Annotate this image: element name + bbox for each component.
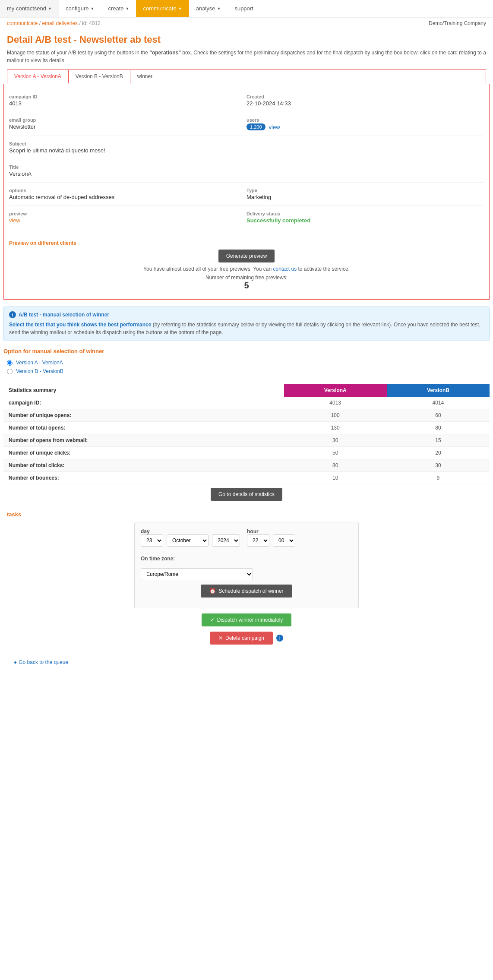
breadcrumb-email-deliveries[interactable]: email deliveries [42, 20, 78, 26]
radio-version-a[interactable]: Version A - VersionA [7, 360, 486, 366]
stats-row-label: Number of unique clicks: [3, 447, 284, 459]
radio-version-a-input[interactable] [7, 360, 13, 366]
created-label: Created [246, 94, 484, 99]
delete-btn-row: ✕ Delete campaign i [7, 632, 486, 645]
radio-group-winner: Version A - VersionA Version B - Version… [0, 356, 493, 380]
month-select[interactable]: JanuaryFebruaryMarchAprilMayJuneJulyAugu… [167, 534, 209, 547]
info-box: i A/B test - manual selection of winner … [3, 307, 490, 341]
email-group-cell: email group Newsletter [9, 116, 246, 132]
users-label: users [246, 117, 484, 123]
stats-row-label: campaign ID: [3, 397, 284, 409]
nav-create-caret: ▼ [126, 6, 130, 11]
hour-select[interactable]: 0001020304050607080910111213141516171819… [247, 534, 269, 547]
field-row-preview-delivery: preview view Delivery status Successfull… [9, 206, 484, 229]
day-select[interactable]: 1234567891011121314151617181920212223242… [141, 534, 163, 547]
winner-section-title: Option for manual selection of winner [0, 345, 493, 356]
go-to-details-button[interactable]: Go to details of statistics [211, 488, 282, 501]
preview-count-label: Number of remaining free previews: [9, 275, 484, 281]
stats-row-val-a: 100 [284, 409, 387, 422]
created-cell: Created 22-10-2024 14:33 [246, 92, 484, 108]
stats-row-label: Number of unique opens: [3, 409, 284, 422]
users-badge: 1.200 [246, 123, 265, 130]
datetime-box: day 123456789101112131415161718192021222… [134, 522, 359, 608]
statistics-table: Statistics summary VersionA VersionB cam… [3, 384, 490, 484]
stats-row-label: Number of opens from webmail: [3, 434, 284, 447]
x-icon: ✕ [218, 635, 223, 641]
campaign-id-label: campaign ID [9, 94, 246, 99]
delivery-status-value: Successfully completed [246, 217, 484, 224]
preview-note: You have almost used all of your free pr… [9, 266, 484, 272]
nav-configure-caret: ▼ [90, 6, 94, 11]
timezone-row: On time zone: Europe/Rome Europe/London … [141, 555, 352, 580]
field-row-options-type: options Automatic removal of de-duped ad… [9, 183, 484, 206]
timezone-select[interactable]: Europe/Rome Europe/London America/New_Yo… [141, 568, 253, 580]
nav-configure[interactable]: configure ▼ [59, 0, 101, 17]
arrow-left-icon: ● [14, 659, 17, 665]
stats-row-label: Number of total opens: [3, 422, 284, 434]
generate-preview-button[interactable]: Generate preview [218, 250, 275, 262]
tab-version-b[interactable]: Version B - VersionB [69, 70, 130, 84]
radio-version-b-input[interactable] [7, 369, 13, 374]
page-description: Manage the status of your A/B test by us… [0, 47, 493, 70]
stats-row-val-a: 50 [284, 447, 387, 459]
created-value: 22-10-2024 14:33 [246, 100, 484, 107]
nav-communicate-caret: ▼ [178, 6, 182, 11]
stats-row-val-b: 80 [387, 422, 490, 434]
title-value: VersionA [9, 171, 484, 177]
stats-row-val-a: 80 [284, 459, 387, 472]
options-label: options [9, 188, 246, 193]
stats-row-val-b: 15 [387, 434, 490, 447]
stats-version-a-header: VersionA [284, 384, 387, 397]
stats-row-val-a: 10 [284, 472, 387, 484]
checkmark-icon: ✓ [210, 617, 215, 623]
year-select[interactable]: 2022202320242025 [212, 534, 240, 547]
nav-communicate[interactable]: communicate ▼ [136, 0, 189, 17]
field-row-title: Title VersionA [9, 159, 484, 183]
stats-row-val-a: 4013 [284, 397, 387, 409]
users-cell: users 1.200 view [246, 116, 484, 132]
campaign-id-cell: campaign ID 4013 [9, 92, 246, 108]
table-row: Number of unique opens: 100 60 [3, 409, 490, 422]
version-tabs: Version A - VersionA Version B - Version… [7, 70, 486, 84]
nav-create[interactable]: create ▼ [101, 0, 136, 17]
page-title: Detail A/B test - Newsletter ab test [0, 29, 493, 47]
stats-version-b-header: VersionB [387, 384, 490, 397]
hour-label: hour [247, 528, 295, 534]
breadcrumb-communicate[interactable]: communicate [7, 20, 38, 26]
contact-us-link[interactable]: contact us [273, 266, 297, 272]
minute-select[interactable]: 00153045 [273, 534, 295, 547]
info-icon: i [9, 311, 16, 318]
field-row-emailgroup-users: email group Newsletter users 1.200 view [9, 112, 484, 136]
field-row-subject: Subject Scopri le ultima novità di quest… [9, 136, 484, 159]
tab-winner[interactable]: winner [130, 70, 159, 84]
radio-version-b[interactable]: Version B - VersionB [7, 368, 486, 374]
email-group-value: Newsletter [9, 123, 246, 130]
delete-campaign-button[interactable]: ✕ Delete campaign [210, 632, 273, 645]
stats-row-val-a: 130 [284, 422, 387, 434]
users-view-link[interactable]: view [269, 124, 280, 130]
preview-label: preview [9, 211, 246, 216]
tasks-section: tasks day 123456789101112131415161718192… [0, 508, 493, 652]
nav-analyse[interactable]: analyse ▼ [189, 0, 228, 17]
dispatch-winner-button[interactable]: ✓ Dispatch winner immediately [202, 613, 292, 626]
email-group-label: email group [9, 117, 246, 123]
stats-row-val-b: 60 [387, 409, 490, 422]
table-row: campaign ID: 4013 4014 [3, 397, 490, 409]
delivery-status-label: Delivery status [246, 211, 484, 216]
clock-icon: ⏰ [209, 588, 216, 594]
back-to-queue-link[interactable]: ● Go back to the queue [7, 656, 75, 669]
schedule-dispatch-button[interactable]: ⏰ Schedule dispatch of winner [201, 585, 292, 597]
tab-version-a[interactable]: Version A - VersionA [7, 70, 69, 84]
field-row-campaign-created: campaign ID 4013 Created 22-10-2024 14:3… [9, 89, 484, 112]
type-value: Marketing [246, 194, 484, 200]
nav-my-contactsend[interactable]: my contactsend ▼ [0, 0, 59, 17]
preview-view-link[interactable]: view [9, 217, 20, 224]
schedule-btn-row: ⏰ Schedule dispatch of winner [141, 585, 352, 597]
nav-support[interactable]: support [228, 0, 260, 17]
type-label: Type [246, 188, 484, 193]
delete-info-icon[interactable]: i [276, 635, 283, 642]
options-cell: options Automatic removal of de-duped ad… [9, 186, 246, 202]
subject-cell: Subject Scopri le ultima novità di quest… [9, 139, 484, 155]
table-row: Number of opens from webmail: 30 15 [3, 434, 490, 447]
stats-row-val-b: 4014 [387, 397, 490, 409]
